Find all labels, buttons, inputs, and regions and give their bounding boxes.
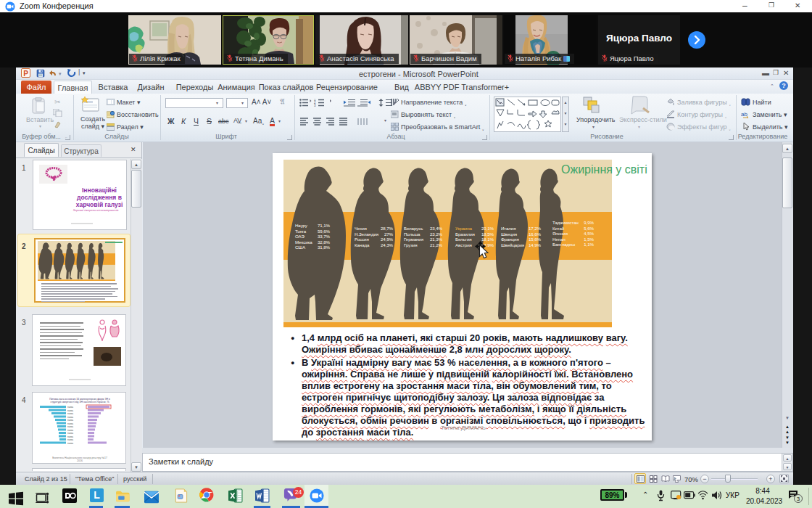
svg-text:14,9%: 14,9% bbox=[529, 242, 542, 247]
svg-text:20,1%: 20,1% bbox=[481, 226, 494, 231]
svg-text:9,9%: 9,9% bbox=[584, 220, 594, 225]
svg-text:Украина: Украина bbox=[455, 226, 473, 231]
svg-text:31,8%: 31,8% bbox=[318, 245, 331, 250]
svg-text:Непал: Непал bbox=[552, 237, 566, 242]
svg-text:назва: назва bbox=[67, 422, 73, 425]
svg-text:Тонга: Тонга bbox=[295, 229, 307, 234]
svg-text:Бразилия: Бразилия bbox=[455, 232, 475, 237]
svg-text:Чехия: Чехия bbox=[355, 226, 367, 231]
svg-text:Китай: Китай bbox=[552, 226, 565, 231]
svg-text:назва: назва bbox=[67, 409, 73, 412]
svg-text:Италия: Италия bbox=[501, 226, 515, 231]
svg-text:назва: назва bbox=[67, 416, 73, 419]
svg-text:назва: назва bbox=[67, 442, 73, 445]
svg-text:27%: 27% bbox=[384, 232, 394, 237]
svg-text:32,8%: 32,8% bbox=[318, 239, 331, 245]
svg-text:назва: назва bbox=[67, 412, 73, 415]
svg-text:71,1%: 71,1% bbox=[318, 223, 331, 228]
svg-text:Япония: Япония bbox=[552, 231, 568, 236]
svg-text:24,9%: 24,9% bbox=[381, 237, 394, 242]
svg-text:назва: назва bbox=[67, 438, 73, 441]
svg-text:Канада: Канада bbox=[355, 242, 370, 247]
svg-text:США: США bbox=[295, 245, 306, 250]
svg-text:назва: назва bbox=[67, 429, 73, 432]
svg-text:Таджикистан: Таджикистан bbox=[552, 220, 579, 225]
svg-text:21,2%: 21,2% bbox=[430, 242, 443, 247]
svg-text:Мексика: Мексика bbox=[295, 239, 312, 245]
svg-text:28,7%: 28,7% bbox=[381, 226, 394, 231]
svg-text:17,2%: 17,2% bbox=[529, 226, 542, 231]
svg-text:1,1%: 1,1% bbox=[584, 242, 594, 247]
svg-text:21,3%: 21,3% bbox=[430, 237, 443, 242]
svg-text:Грузия: Грузия bbox=[404, 242, 418, 247]
svg-text:23,2%: 23,2% bbox=[430, 232, 443, 237]
svg-text:назва: назва bbox=[67, 425, 73, 428]
svg-text:1,5%: 1,5% bbox=[584, 237, 594, 242]
svg-text:назва: назва bbox=[67, 432, 73, 435]
svg-text:Н.Зеландия: Н.Зеландия bbox=[355, 232, 378, 237]
svg-text:16,6%: 16,6% bbox=[529, 232, 542, 237]
svg-text:33,7%: 33,7% bbox=[318, 234, 331, 239]
svg-text:Франция: Франция bbox=[501, 237, 519, 242]
svg-text:23,4%: 23,4% bbox=[430, 226, 443, 231]
svg-text:5,6%: 5,6% bbox=[584, 226, 594, 231]
svg-text:Науру: Науру bbox=[295, 223, 308, 228]
svg-text:назва: назва bbox=[67, 435, 73, 438]
svg-text:Польша: Польша bbox=[404, 232, 420, 237]
svg-text:Швеция: Швеция bbox=[501, 232, 517, 237]
svg-text:Бангладеш: Бангладеш bbox=[552, 242, 575, 247]
svg-text:Беларусь: Беларусь bbox=[404, 226, 423, 231]
svg-text:Германия: Германия bbox=[404, 237, 423, 242]
svg-text:ОАЭ: ОАЭ bbox=[295, 234, 304, 239]
svg-text:3: 3 bbox=[314, 104, 316, 107]
svg-text:15,6%: 15,6% bbox=[529, 237, 542, 242]
svg-text:59,6%: 59,6% bbox=[318, 229, 331, 234]
svg-text:24,3%: 24,3% bbox=[381, 242, 394, 247]
svg-text:Австрия: Австрия bbox=[455, 242, 472, 247]
svg-text:Швейцария: Швейцария bbox=[501, 242, 524, 247]
svg-text:4,5%: 4,5% bbox=[584, 231, 594, 236]
svg-text:назва: назва bbox=[67, 406, 73, 409]
svg-text:назва: назва bbox=[67, 419, 73, 422]
svg-text:Бельгия: Бельгия bbox=[455, 237, 472, 242]
svg-text:18,5%: 18,5% bbox=[481, 232, 494, 237]
svg-text:Россия: Россия bbox=[355, 237, 369, 242]
